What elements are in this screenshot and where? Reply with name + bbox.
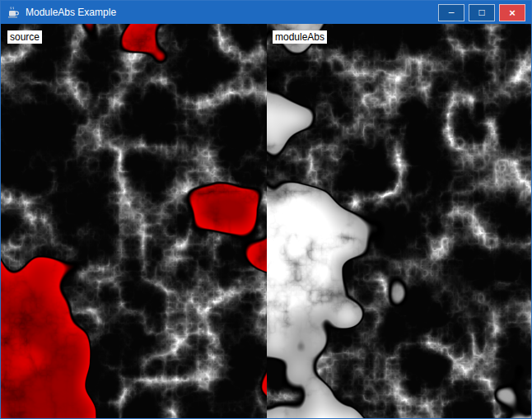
coffee-cup-icon xyxy=(7,6,20,19)
app-icon[interactable] xyxy=(7,6,20,19)
close-button[interactable]: × xyxy=(499,4,525,21)
window-title: ModuleAbs Example xyxy=(26,7,438,18)
app-window: ModuleAbs Example – □ × source moduleAbs xyxy=(0,0,532,419)
source-panel-label: source xyxy=(7,30,42,44)
titlebar[interactable]: ModuleAbs Example – □ × xyxy=(1,1,531,24)
moduleabs-noise-image xyxy=(267,24,531,418)
source-noise-image xyxy=(1,24,267,418)
content-area: source moduleAbs xyxy=(1,24,531,418)
moduleabs-panel-label: moduleAbs xyxy=(273,30,327,44)
window-controls: – □ × xyxy=(438,4,525,21)
maximize-button[interactable]: □ xyxy=(469,4,495,21)
minimize-button[interactable]: – xyxy=(438,4,464,21)
